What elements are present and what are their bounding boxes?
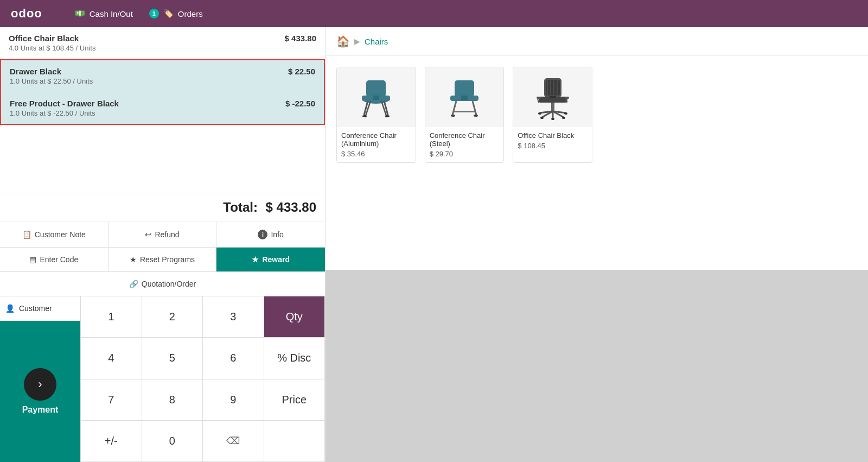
chair-aluminium-img: [354, 73, 398, 122]
product-image: [513, 67, 592, 127]
numpad-grid: 1 2 3 Qty 4 5 6 % Disc 7 8 9 Price +/- 0…: [80, 296, 325, 462]
product-name: Office Chair Black: [518, 131, 588, 140]
breadcrumb: 🏠 ▶ Chairs: [326, 27, 868, 56]
item-detail: 1.0 Units at $ 22.50 / Units: [10, 77, 315, 85]
orders-badge-count: 1: [149, 9, 159, 18]
num-4[interactable]: 4: [81, 338, 142, 379]
num-5[interactable]: 5: [142, 338, 203, 379]
arrow-right-icon: ›: [38, 377, 42, 391]
num-9[interactable]: 9: [203, 379, 264, 421]
item-name: Office Chair Black: [9, 34, 79, 43]
num-8[interactable]: 8: [142, 379, 203, 421]
refund-button[interactable]: ↩ Refund: [108, 222, 217, 247]
num-6[interactable]: 6: [203, 338, 264, 379]
item-detail: 4.0 Units at $ 108.45 / Units: [9, 44, 316, 52]
num-7[interactable]: 7: [81, 379, 142, 421]
svg-rect-38: [565, 97, 569, 99]
svg-point-32: [540, 117, 544, 119]
product-price: $ 108.45: [518, 142, 588, 150]
num-1[interactable]: 1: [81, 296, 142, 338]
cash-icon: 💵: [75, 9, 85, 18]
disc-mode-btn[interactable]: % Disc: [264, 338, 326, 379]
num-2[interactable]: 2: [142, 296, 203, 338]
quotation-order-button[interactable]: 🔗 Quotation/Order: [118, 272, 207, 296]
highlighted-order-group: Drawer Black $ 22.50 1.0 Units at $ 22.5…: [0, 59, 325, 125]
svg-rect-3: [373, 96, 379, 100]
item-name: Drawer Black: [10, 67, 61, 76]
reward-button[interactable]: ★ Reward: [216, 248, 325, 271]
product-name: Conference Chair (Steel): [430, 131, 500, 148]
odoo-logo: odoo: [11, 7, 42, 21]
cash-in-out-nav[interactable]: 💵 Cash In/Out: [75, 9, 133, 18]
customer-note-label: Customer Note: [35, 230, 86, 239]
reset-programs-label: Reset Programs: [140, 255, 195, 264]
left-panel: Office Chair Black $ 433.80 4.0 Units at…: [0, 27, 326, 462]
topbar: odoo 💵 Cash In/Out 1 🏷️ Orders: [0, 0, 868, 27]
svg-line-39: [538, 99, 539, 103]
breadcrumb-chairs[interactable]: Chairs: [365, 37, 388, 46]
refund-icon: ↩: [145, 230, 151, 239]
info-label: Info: [271, 230, 283, 239]
reward-star-icon: ★: [252, 255, 259, 264]
plusminus-btn[interactable]: +/-: [81, 421, 142, 462]
chair-steel-img: [443, 73, 486, 122]
svg-point-17: [474, 115, 478, 117]
item-price: $ 22.50: [288, 67, 315, 76]
svg-point-34: [551, 118, 554, 120]
product-name: Conference Chair (Aluminium): [341, 131, 411, 148]
svg-rect-2: [366, 80, 386, 97]
reward-label: Reward: [262, 255, 290, 264]
customer-note-button[interactable]: 📋 Customer Note: [0, 222, 108, 247]
action-buttons-row1: 📋 Customer Note ↩ Refund i Info: [0, 222, 325, 248]
numpad-area: 👤 Customer › Payment 1 2 3 Qty 4 5 6: [0, 296, 325, 462]
home-icon[interactable]: 🏠: [336, 35, 350, 48]
order-list: Office Chair Black $ 433.80 4.0 Units at…: [0, 27, 325, 193]
enter-code-label: Enter Code: [40, 255, 78, 264]
customer-button[interactable]: 👤 Customer: [0, 296, 80, 321]
product-card-conf-chair-aluminium[interactable]: Conference Chair (Aluminium) $ 35.46: [336, 67, 416, 163]
num-0[interactable]: 0: [142, 421, 203, 462]
product-image: [425, 67, 504, 127]
num-3[interactable]: 3: [203, 296, 264, 338]
barcode-icon: ▤: [29, 255, 36, 264]
backspace-btn[interactable]: ⌫: [203, 421, 264, 462]
item-detail: 1.0 Units at $ -22.50 / Units: [10, 109, 315, 117]
orders-label: Orders: [178, 9, 203, 18]
item-price: $ 433.80: [285, 34, 316, 43]
orders-badge: 1: [149, 9, 159, 18]
svg-point-9: [385, 115, 390, 117]
order-item-free-drawer[interactable]: Free Product - Drawer Black $ -22.50 1.0…: [1, 92, 324, 124]
product-price: $ 29.70: [430, 150, 500, 158]
svg-rect-11: [455, 80, 474, 97]
main-layout: Office Chair Black $ 433.80 4.0 Units at…: [0, 27, 868, 462]
order-item-office-chair[interactable]: Office Chair Black $ 433.80 4.0 Units at…: [0, 27, 325, 59]
product-info: Office Chair Black $ 108.45: [513, 127, 592, 154]
svg-rect-12: [461, 96, 468, 100]
tag-icon: 🏷️: [163, 9, 174, 18]
qty-mode-btn[interactable]: Qty: [264, 296, 326, 338]
product-info: Conference Chair (Steel) $ 29.70: [425, 127, 504, 162]
svg-rect-20: [546, 80, 560, 96]
product-card-office-chair-black[interactable]: Office Chair Black $ 108.45: [513, 67, 592, 163]
enter-code-button[interactable]: ▤ Enter Code: [0, 248, 108, 271]
svg-point-8: [362, 115, 367, 117]
reset-programs-button[interactable]: ★ Reset Programs: [108, 248, 217, 271]
orders-nav[interactable]: 1 🏷️ Orders: [149, 9, 203, 18]
svg-line-14: [473, 101, 476, 115]
svg-rect-37: [537, 97, 541, 99]
price-mode-btn[interactable]: Price: [264, 379, 326, 421]
info-button[interactable]: i Info: [216, 222, 325, 247]
svg-line-13: [452, 101, 456, 115]
product-price: $ 35.46: [341, 150, 411, 158]
product-card-conf-chair-steel[interactable]: Conference Chair (Steel) $ 29.70: [425, 67, 505, 163]
quotation-label: Quotation/Order: [142, 280, 196, 288]
payment-button[interactable]: › Payment: [0, 321, 80, 462]
item-name: Free Product - Drawer Black: [10, 99, 119, 108]
product-image: [337, 67, 416, 127]
right-panel: 🏠 ▶ Chairs: [326, 27, 868, 462]
office-chair-black-img: [531, 73, 575, 122]
breadcrumb-arrow: ▶: [354, 37, 360, 46]
num-empty: [264, 421, 326, 462]
product-info: Conference Chair (Aluminium) $ 35.46: [337, 127, 416, 162]
order-item-drawer-black[interactable]: Drawer Black $ 22.50 1.0 Units at $ 22.5…: [1, 60, 324, 92]
